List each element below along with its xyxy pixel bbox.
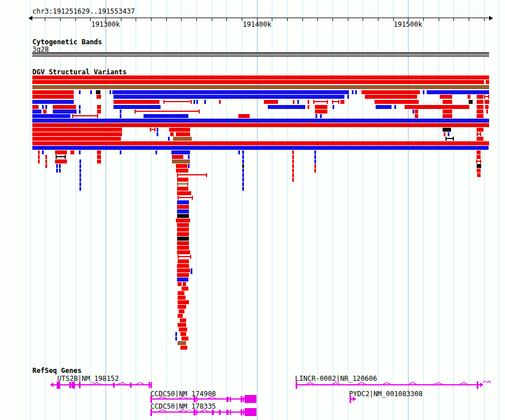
gene-exon (151, 382, 152, 388)
gene-exon (149, 382, 150, 388)
gene-exon (196, 410, 197, 415)
gene-exon (241, 396, 242, 402)
gene-exon (71, 382, 73, 388)
gene-exon (193, 409, 196, 415)
gene-exon (130, 383, 132, 388)
gene-model[interactable] (142, 405, 273, 419)
gene-exon (193, 396, 196, 402)
gene-exon (212, 410, 214, 415)
gene-model[interactable] (341, 392, 370, 406)
gene-exon (230, 410, 231, 415)
gene-exon (243, 397, 244, 402)
strand-arrow-icon (480, 383, 483, 387)
gene-exon (245, 408, 256, 416)
gene-exon (243, 410, 244, 415)
gene-exon (230, 397, 231, 402)
gene-exon (196, 397, 197, 402)
gene-exon (241, 409, 242, 415)
gene-exon (150, 409, 152, 416)
gene-exon (350, 396, 351, 403)
gene-exon (219, 410, 221, 415)
gene-exon (226, 397, 229, 402)
genome-browser-view: chr3:191251629..191553437 191300k191400k… (0, 0, 505, 420)
gene-exon (245, 395, 256, 403)
strand-arrow-icon (50, 383, 53, 387)
gene-exon (73, 381, 75, 389)
gene-exon (296, 381, 297, 389)
gene-exon (226, 410, 229, 415)
gene-exon (69, 382, 71, 388)
gene-exon (477, 381, 478, 389)
gene-exon (79, 382, 81, 388)
gene-exon (57, 381, 60, 389)
strand-arrow-icon (353, 397, 356, 401)
gene-exon (113, 383, 115, 388)
refseq-genes-track: UTS2B|NM_198152CCDC50|NM_174908CCDC50|NM… (0, 0, 505, 420)
